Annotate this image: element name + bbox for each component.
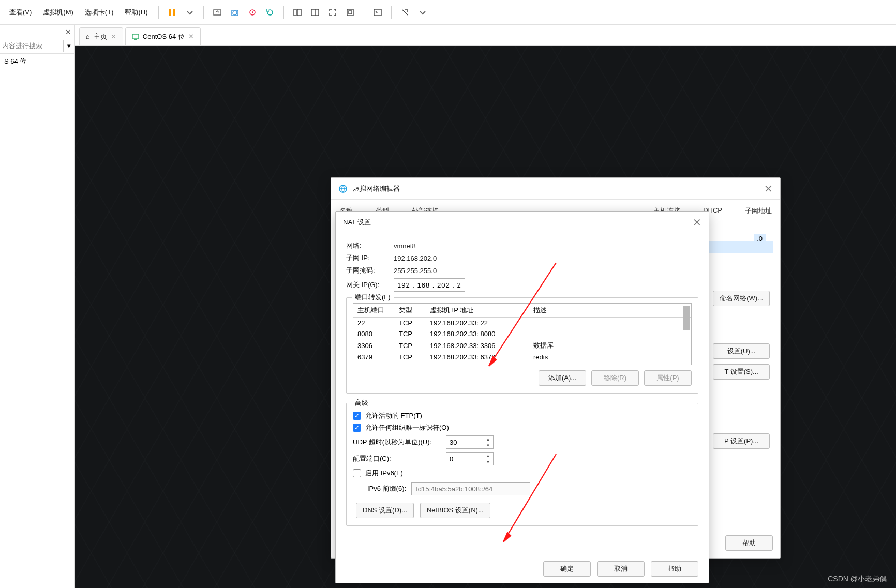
vm-view: 虚拟网络编辑器 ✕ 名称 类型 外部连接 主机连接 DHCP 子网地址 VI V… [75, 46, 896, 588]
config-button[interactable]: 设置(U)... [713, 343, 770, 359]
subnet-cell: .0 [754, 234, 766, 244]
close-icon[interactable]: ✕ [188, 33, 194, 40]
col-desc: 描述 [529, 304, 691, 318]
cfg-value[interactable] [446, 453, 483, 465]
org-checkbox[interactable]: ✓允许任何组织唯一标识符(O) [353, 423, 692, 432]
add-button[interactable]: 添加(A)... [539, 370, 586, 386]
table-row[interactable]: 6379TCP192.168.202.33: 6379redis [353, 352, 691, 363]
help-button[interactable]: 帮助 [725, 535, 773, 551]
tab-centos[interactable]: CentOS 64 位 ✕ [125, 27, 201, 45]
table-row[interactable]: 3306TCP192.168.202.33: 3306数据库 [353, 339, 691, 352]
layout2-icon[interactable] [308, 5, 322, 20]
ipv6-checkbox[interactable]: 启用 IPv6(E) [353, 469, 692, 478]
dialog-title: NAT 设置 [343, 218, 371, 227]
cancel-button[interactable]: 取消 [597, 561, 645, 577]
cfgport-label: 配置端口(C): [353, 454, 441, 463]
table-cell: TCP [395, 328, 426, 339]
ftp-checkbox[interactable]: ✓允许活动的 FTP(T) [353, 411, 692, 420]
ipv6-prefix-input[interactable] [411, 482, 530, 495]
close-icon[interactable]: ✕ [65, 28, 71, 36]
remove-button[interactable]: 移除(R) [591, 370, 639, 386]
rename-network-button[interactable]: 命名网络(W)... [713, 291, 770, 306]
home-icon: ⌂ [86, 33, 90, 40]
udp-value[interactable] [446, 436, 483, 448]
watermark: CSDN @小老弟偶 [828, 575, 887, 584]
search-dropdown-icon[interactable]: ▾ [63, 40, 74, 52]
menu-help[interactable]: 帮助(H) [120, 5, 153, 20]
spin-down-icon[interactable]: ▼ [483, 442, 493, 448]
stretch-icon[interactable] [398, 5, 412, 20]
subip-value: 192.168.202.0 [394, 254, 437, 262]
pause-icon[interactable] [165, 5, 180, 20]
chevron-down-icon[interactable] [183, 5, 197, 20]
menubar: 查看(V) 虚拟机(M) 选项卡(T) 帮助(H) [0, 0, 896, 25]
nat-settings-dialog: NAT 设置 ✕ 网络:vmnet8 子网 IP:192.168.202.0 子… [335, 211, 709, 583]
snapshot-icon[interactable] [228, 5, 242, 20]
udp-timeout-input[interactable]: ▲▼ [446, 435, 494, 449]
sidebar-item-vm[interactable]: S 64 位 [0, 54, 74, 69]
snapshot-mgr-icon[interactable] [245, 5, 260, 20]
menu-tabs[interactable]: 选项卡(T) [80, 5, 119, 20]
spin-up-icon[interactable]: ▲ [483, 453, 493, 459]
svg-rect-14 [134, 39, 137, 40]
console-icon[interactable] [370, 5, 385, 20]
tab-label: 主页 [94, 32, 107, 41]
close-icon[interactable]: ✕ [693, 216, 701, 229]
nat-settings-button[interactable]: T 设置(S)... [713, 364, 770, 380]
dialog-title: 虚拟网络编辑器 [353, 184, 400, 193]
table-cell: TCP [395, 352, 426, 363]
help-button[interactable]: 帮助 [651, 561, 698, 577]
col-vm: 虚拟机 IP 地址 [426, 304, 529, 318]
unity-icon[interactable] [343, 5, 357, 20]
dhcp-settings-button[interactable]: P 设置(P)... [713, 433, 770, 449]
send-cad-icon[interactable] [210, 5, 225, 20]
svg-rect-10 [347, 9, 353, 16]
menu-view[interactable]: 查看(V) [4, 5, 37, 20]
close-icon[interactable]: ✕ [111, 33, 116, 40]
svg-rect-7 [297, 9, 301, 16]
table-cell: 22 [353, 318, 395, 329]
table-cell: 192.168.202.33: 8080 [426, 328, 529, 339]
table-cell: 8080 [353, 328, 395, 339]
layout1-icon[interactable] [290, 5, 305, 20]
table-cell: 3306 [353, 339, 395, 352]
net-value: vmnet8 [394, 242, 416, 250]
config-port-input[interactable]: ▲▼ [446, 452, 494, 465]
subip-label: 子网 IP: [346, 253, 394, 263]
mask-label: 子网掩码: [346, 266, 394, 275]
tabbar: ⌂ 主页 ✕ CentOS 64 位 ✕ [75, 25, 896, 46]
tab-home[interactable]: ⌂ 主页 ✕ [79, 27, 123, 45]
table-cell [529, 328, 691, 339]
table-row[interactable]: 22TCP192.168.202.33: 22 [353, 318, 691, 329]
table-row[interactable]: 8080TCP192.168.202.33: 8080 [353, 328, 691, 339]
properties-button[interactable]: 属性(P) [644, 370, 692, 386]
port-forward-table[interactable]: 主机端口 类型 虚拟机 IP 地址 描述 22TCP192.168.202.33… [353, 303, 692, 365]
adv-legend: 高级 [352, 398, 371, 408]
revert-icon[interactable] [263, 5, 277, 20]
chevron-down-icon[interactable] [415, 5, 430, 20]
dns-settings-button[interactable]: DNS 设置(D)... [356, 503, 414, 518]
spin-down-icon[interactable]: ▼ [483, 459, 493, 465]
chk-label: 允许任何组织唯一标识符(O) [365, 423, 449, 432]
table-cell: 192.168.202.33: 6379 [426, 352, 529, 363]
fullscreen-icon[interactable] [325, 5, 340, 20]
sep [283, 6, 284, 19]
table-cell: 192.168.202.33: 3306 [426, 339, 529, 352]
gateway-ip-input[interactable]: 192 . 168 . 202 . 2 [394, 278, 465, 292]
col-type: 类型 [395, 304, 426, 318]
netbios-settings-button[interactable]: NetBIOS 设置(N)... [420, 503, 490, 518]
ok-button[interactable]: 确定 [543, 561, 591, 577]
table-cell: redis [529, 352, 691, 363]
spin-up-icon[interactable]: ▲ [483, 436, 493, 442]
scrollbar-thumb[interactable] [683, 306, 690, 330]
table-cell: 6379 [353, 352, 395, 363]
sep [203, 6, 204, 19]
sidebar-search-input[interactable] [0, 41, 63, 51]
close-icon[interactable]: ✕ [764, 183, 773, 195]
port-forward-group: 端口转发(F) 主机端口 类型 虚拟机 IP 地址 描述 22TCP192.16… [346, 297, 698, 394]
menu-vm[interactable]: 虚拟机(M) [38, 5, 79, 20]
chk-label: 启用 IPv6(E) [365, 469, 403, 478]
svg-point-3 [233, 11, 237, 15]
sidebar: ✕ ▾ S 64 位 [0, 25, 75, 588]
table-cell: TCP [395, 318, 426, 329]
